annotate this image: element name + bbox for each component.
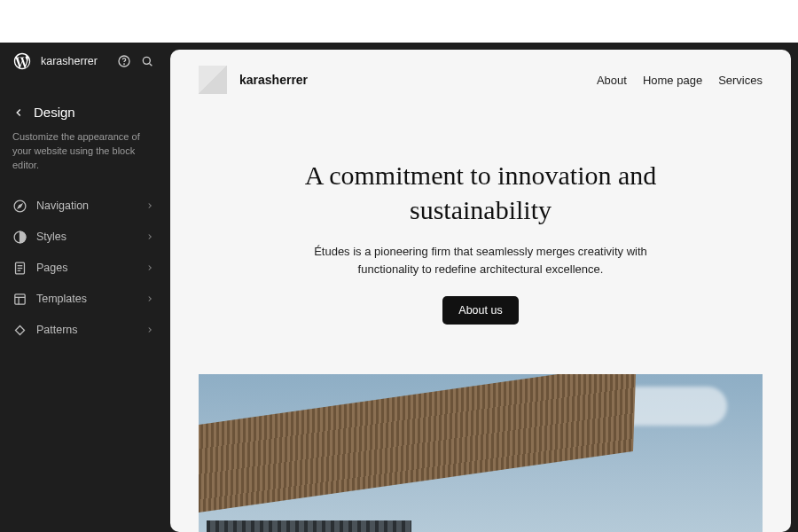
svg-point-1 [124,64,125,65]
svg-rect-14 [15,325,24,334]
nav-link-services[interactable]: Services [718,74,763,87]
chevron-right-icon [145,294,154,303]
section-title: Design [34,105,75,120]
roof-shape [199,374,636,515]
editor-sidebar: karasherrer Design Customize the appeara… [0,43,167,532]
preview-wrapper: karasherrer About Home page Services A c… [167,43,798,532]
svg-line-3 [150,64,153,66]
svg-marker-5 [18,204,21,207]
sidebar-item-styles[interactable]: Styles [0,222,167,253]
sidebar-item-patterns[interactable]: Patterns [0,315,167,346]
back-chevron-icon[interactable] [12,106,25,119]
nav-label: Patterns [36,324,137,336]
preview-hero: A commitment to innovation and sustainab… [170,110,791,346]
nav-label: Navigation [36,200,137,212]
sidebar-nav-list: Navigation Styles Pages [0,187,167,346]
chevron-right-icon [145,325,154,334]
top-whitespace [0,0,798,43]
contrast-icon [12,230,27,245]
nav-link-home-page[interactable]: Home page [643,74,702,87]
site-logo-placeholder[interactable] [199,66,227,94]
hero-image[interactable] [199,374,763,532]
hero-cta-button[interactable]: About us [442,296,518,325]
nav-link-about[interactable]: About [597,74,627,87]
preview-top-nav: About Home page Services [597,74,763,87]
facade-shape [207,520,411,532]
chevron-right-icon [145,263,154,272]
site-name: karasherrer [41,55,108,67]
wordpress-logo-icon [12,51,32,71]
chevron-right-icon [145,201,154,210]
diamond-icon [12,323,27,338]
building-shape [199,427,593,532]
page-icon [12,261,27,276]
help-icon[interactable] [117,54,131,68]
sidebar-item-navigation[interactable]: Navigation [0,191,167,222]
header-action-icons [117,54,154,68]
nav-label: Pages [36,262,137,274]
section-description: Customize the appearance of your website… [0,127,167,187]
sidebar-item-pages[interactable]: Pages [0,253,167,284]
layout-icon [12,292,27,307]
nav-label: Templates [36,293,137,305]
preview-brand-name[interactable]: karasherrer [239,73,584,87]
chevron-right-icon [145,232,154,241]
hero-title[interactable]: A commitment to innovation and sustainab… [241,158,720,227]
sidebar-item-templates[interactable]: Templates [0,284,167,315]
app-shell: karasherrer Design Customize the appeara… [0,43,798,532]
svg-rect-11 [15,294,25,304]
site-preview-frame[interactable]: karasherrer About Home page Services A c… [170,50,791,532]
sidebar-header: karasherrer [0,43,167,80]
preview-site-header: karasherrer About Home page Services [170,50,791,110]
hero-description[interactable]: Études is a pioneering firm that seamles… [294,243,667,278]
compass-icon [12,199,27,214]
search-icon[interactable] [140,54,154,68]
svg-point-2 [143,57,150,64]
nav-label: Styles [36,231,137,243]
section-title-row: Design [0,80,167,127]
